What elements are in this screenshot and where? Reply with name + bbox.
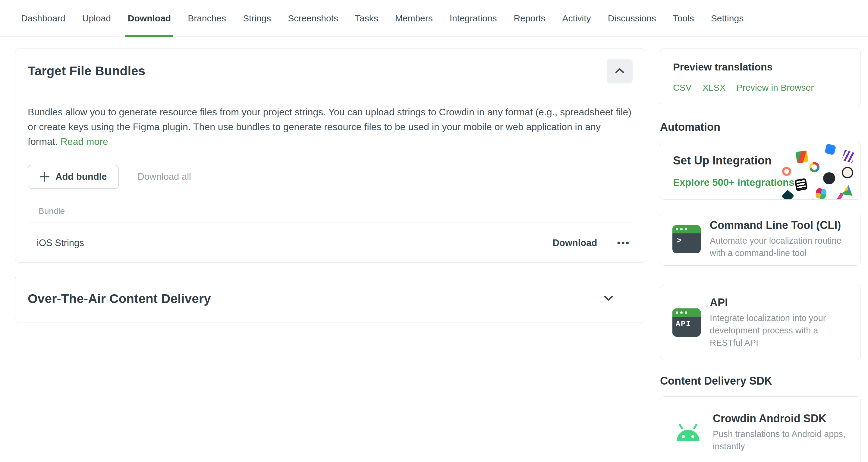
tab-settings[interactable]: Settings — [711, 0, 744, 36]
row-menu-button[interactable]: ••• — [617, 238, 630, 248]
explore-integrations-link[interactable]: Explore 500+ integrations — [673, 177, 795, 188]
terminal-api-icon: API — [673, 308, 701, 337]
github-icon — [823, 172, 835, 184]
sidebar: Preview translations CSV XLSX Preview in… — [660, 48, 861, 462]
plus-icon — [40, 172, 50, 182]
cli-description: Automate your localization routine with … — [710, 235, 849, 259]
tab-integrations[interactable]: Integrations — [450, 0, 497, 36]
preview-translations-title: Preview translations — [673, 61, 848, 73]
android-sdk-card[interactable]: Crowdin Android SDK Push translations to… — [660, 396, 861, 462]
expand-panel-button[interactable] — [603, 295, 614, 303]
api-icon-glyph: API — [673, 317, 701, 329]
tab-tools[interactable]: Tools — [673, 0, 694, 36]
color-ring-icon — [807, 160, 821, 174]
preview-csv-link[interactable]: CSV — [673, 82, 692, 93]
preview-xlsx-link[interactable]: XLSX — [703, 82, 726, 93]
google-cube-icon — [796, 151, 809, 164]
download-all-button[interactable]: Download all — [137, 171, 191, 182]
android-sdk-description: Push translations to Android apps, insta… — [713, 428, 849, 453]
target-file-bundles-panel: Target File Bundles Bundles allow you to… — [15, 48, 645, 263]
tab-download[interactable]: Download — [128, 0, 171, 36]
automation-heading: Automation — [660, 121, 861, 133]
slack-icon — [815, 188, 827, 199]
panel-title-ota: Over-The-Air Content Delivery — [28, 292, 603, 306]
hubspot-icon — [781, 166, 792, 177]
stripes-icon — [795, 178, 808, 191]
jira-icon — [825, 144, 836, 156]
android-sdk-title: Crowdin Android SDK — [713, 412, 849, 425]
collapse-panel-button[interactable] — [607, 59, 632, 84]
chevron-down-icon — [603, 295, 614, 303]
add-bundle-button[interactable]: Add bundle — [28, 165, 119, 189]
tab-strings[interactable]: Strings — [243, 0, 271, 36]
download-bundle-link[interactable]: Download — [553, 238, 597, 249]
api-title: API — [710, 296, 849, 309]
tab-members[interactable]: Members — [395, 0, 433, 36]
tab-branches[interactable]: Branches — [188, 0, 226, 36]
table-row: iOS Strings Download ••• — [28, 238, 632, 249]
tab-activity[interactable]: Activity — [562, 0, 591, 36]
bundles-description-text: Bundles allow you to generate resource f… — [28, 107, 631, 147]
bundle-column-header: Bundle — [28, 206, 632, 216]
mailchimp-icon — [842, 167, 853, 178]
table-divider — [28, 223, 632, 223]
integration-icons-cluster — [780, 144, 856, 200]
tab-tasks[interactable]: Tasks — [355, 0, 378, 36]
api-description: Integrate localization into your develop… — [710, 312, 849, 349]
api-card[interactable]: API API Integrate localization into your… — [660, 285, 861, 360]
panel-title-target-file-bundles: Target File Bundles — [28, 64, 607, 78]
read-more-link[interactable]: Read more — [60, 136, 108, 147]
bundles-description: Bundles allow you to generate resource f… — [28, 105, 632, 149]
tab-discussions[interactable]: Discussions — [608, 0, 656, 36]
add-bundle-label: Add bundle — [56, 171, 107, 182]
cli-icon-glyph: >_ — [673, 233, 701, 245]
google-drive-icon — [842, 184, 854, 196]
bundle-name: iOS Strings — [37, 238, 553, 249]
tab-screenshots[interactable]: Screenshots — [288, 0, 338, 36]
tab-reports[interactable]: Reports — [514, 0, 546, 36]
tab-dashboard[interactable]: Dashboard — [21, 0, 65, 36]
project-tabs: Dashboard Upload Download Branches Strin… — [0, 0, 868, 37]
set-up-integration-card[interactable]: Set Up Integration Explore 500+ integrat… — [660, 142, 861, 200]
tab-upload[interactable]: Upload — [82, 0, 111, 36]
preview-translations-card: Preview translations CSV XLSX Preview in… — [660, 48, 861, 106]
ota-content-delivery-panel: Over-The-Air Content Delivery — [15, 275, 645, 323]
terminal-cli-icon: >_ — [673, 225, 701, 253]
zendesk-icon — [781, 190, 794, 200]
android-icon — [673, 421, 704, 443]
chevron-up-icon — [614, 67, 625, 75]
miro-icon — [841, 150, 855, 163]
content-delivery-sdk-heading: Content Delivery SDK — [660, 375, 861, 387]
cli-card[interactable]: >_ Command Line Tool (CLI) Automate your… — [660, 212, 861, 266]
preview-in-browser-link[interactable]: Preview in Browser — [736, 82, 814, 93]
cli-title: Command Line Tool (CLI) — [710, 219, 849, 232]
